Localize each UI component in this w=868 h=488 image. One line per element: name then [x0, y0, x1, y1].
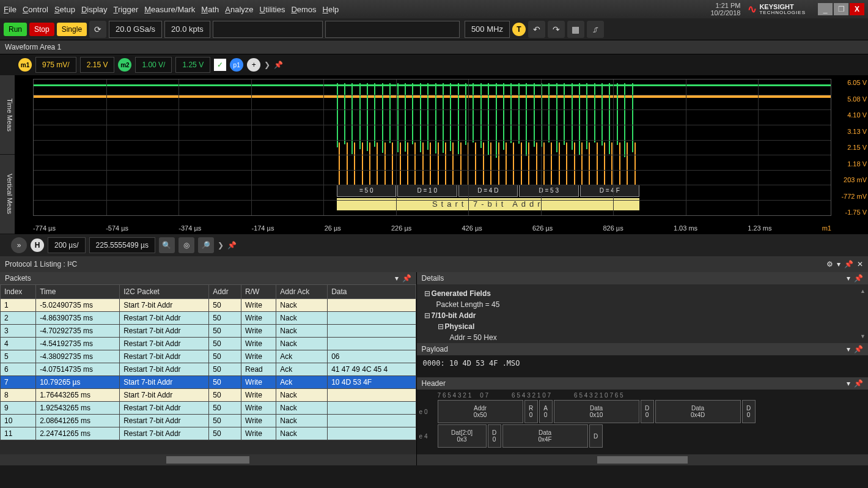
minimize-button[interactable]: _ — [818, 3, 833, 15]
bottom-panels: Packets ▾ 📌 IndexTimeI2C PacketAddrR/WAd… — [0, 272, 868, 465]
zoom-out-icon[interactable]: 🔍 — [159, 237, 175, 253]
table-row[interactable]: 81.76443265 msStart 7-bit Addr50WriteNac… — [1, 389, 416, 402]
menu-help[interactable]: Help — [323, 5, 339, 14]
acquisition-toolbar: Run Stop Single ⟳ 20.0 GSa/s 20.0 kpts 5… — [0, 18, 868, 40]
add-channel-button[interactable]: + — [247, 58, 260, 72]
channel1-scale[interactable]: 975 mV/ — [35, 57, 76, 73]
y-axis-labels: 6.05 V5.08 V4.10 V3.13 V2.15 V1.18 V203 … — [834, 79, 868, 216]
details-scrollbar[interactable] — [417, 454, 868, 465]
trigger-indicator[interactable]: T — [512, 23, 526, 36]
undo-icon[interactable]: ↶ — [528, 21, 545, 38]
bandwidth-field[interactable]: 500 MHz — [465, 21, 510, 38]
maximize-button[interactable]: ❐ — [834, 3, 848, 15]
menu-display[interactable]: Display — [81, 5, 108, 14]
details-section-header: Details ▾ 📌 — [417, 272, 868, 284]
table-row[interactable]: 2-4.86390735 msRestart 7-bit Addr50Write… — [1, 312, 416, 325]
header-bitfield-diagram[interactable]: 7 6 5 4 3 2 1 0 7 6 5 4 3 2 1 0 7 6 5 4 … — [417, 390, 868, 454]
decode-overlay: = 5 0D = 1 0D = 4 DD = 5 3D = 4 F — [337, 185, 640, 197]
side-tab-vertical-meas[interactable]: Vertical Meas — [0, 155, 15, 234]
table-row[interactable]: 4-4.54192735 msRestart 7-bit Addr50Write… — [1, 338, 416, 350]
menu-math[interactable]: Math — [201, 5, 219, 14]
channel2-badge[interactable]: m2 — [118, 58, 131, 72]
close-panel-icon[interactable]: ✕ — [857, 260, 863, 268]
timebase-bar: » H 200 µs/ 225.5555499 µs 🔍 ◎ 🔎 ❯ 📌 — [0, 234, 868, 256]
pin-icon[interactable]: 📌 — [227, 241, 237, 250]
menu-file[interactable]: File — [4, 5, 17, 14]
pin-icon[interactable]: 📌 — [844, 260, 853, 268]
payload-hex-view[interactable]: 0000: 10 4D 53 4F .MSO — [417, 355, 868, 377]
channel2-scale[interactable]: 1.00 V/ — [135, 57, 172, 73]
sample-rate-field[interactable]: 20.0 GSa/s — [109, 21, 162, 38]
channel1-offset[interactable]: 2.15 V — [80, 57, 115, 73]
header-section-header: Header ▾ 📌 — [417, 377, 868, 390]
channel1-badge[interactable]: m1 — [18, 58, 32, 72]
zoom-target-icon[interactable]: ◎ — [178, 237, 194, 253]
dropdown-icon[interactable]: ▾ — [837, 260, 840, 268]
menu-utilities[interactable]: Utilities — [260, 5, 285, 14]
details-tree[interactable]: ⊟Generated Fields Packet Length = 45 ⊟7/… — [417, 284, 868, 343]
x-axis-labels: -774 µs-574 µs-374 µs-174 µs26 µs226 µs4… — [33, 224, 831, 232]
dropdown-icon[interactable]: ▾ — [395, 274, 399, 283]
waveform-area: Time MeasVertical Meas = 5 0D = 1 0D = 4… — [0, 75, 868, 234]
layout-icon[interactable]: ▦ — [567, 21, 584, 38]
refresh-icon[interactable]: ⟳ — [89, 21, 106, 38]
close-button[interactable]: X — [850, 3, 864, 15]
settings-gear-icon[interactable]: ⚙ — [826, 260, 833, 268]
toolbar-field-blank2[interactable] — [325, 21, 460, 38]
pin-icon[interactable]: 📌 — [854, 274, 863, 283]
redo-icon[interactable]: ↷ — [548, 21, 565, 38]
menu-control[interactable]: Control — [23, 5, 48, 14]
menu-trigger[interactable]: Trigger — [114, 5, 139, 14]
zoom-in-icon[interactable]: 🔎 — [198, 237, 214, 253]
table-row[interactable]: 102.08641265 msRestart 7-bit Addr50Write… — [1, 415, 416, 427]
side-tab-time-meas[interactable]: Time Meas — [0, 75, 15, 155]
waveform-area-title: Waveform Area 1 — [0, 40, 868, 54]
table-row[interactable]: 5-4.38092735 msRestart 7-bit Addr50Write… — [1, 350, 416, 363]
channel2-offset[interactable]: 1.25 V — [175, 57, 210, 73]
measurement-tabs: Time MeasVertical Meas — [0, 75, 15, 234]
single-button[interactable]: Single — [57, 23, 87, 36]
stop-button[interactable]: Stop — [29, 23, 54, 36]
timebase-position[interactable]: 225.5555499 µs — [89, 237, 155, 253]
packet-table[interactable]: IndexTimeI2C PacketAddrR/WAddr AckData1-… — [0, 284, 416, 454]
dropdown-icon[interactable]: ▾ — [847, 379, 850, 388]
clock-display: 1:21 PM 10/2/2018 — [710, 2, 740, 17]
packets-section-header: Packets ▾ 📌 — [0, 272, 416, 284]
dropdown-icon[interactable]: ▾ — [847, 274, 850, 283]
menu-demos[interactable]: Demos — [291, 5, 316, 14]
horizontal-indicator[interactable]: H — [31, 238, 44, 252]
points-field[interactable]: 20.0 kpts — [164, 21, 210, 38]
table-row[interactable]: 710.79265 µsStart 7-bit Addr50WriteAck10… — [1, 376, 416, 389]
table-row[interactable]: 1-5.02490735 msStart 7-bit Addr50WriteNa… — [1, 299, 416, 312]
timebase-scale[interactable]: 200 µs/ — [48, 237, 86, 253]
pin-icon[interactable]: 📌 — [402, 274, 411, 283]
signal-burst-area — [337, 83, 640, 191]
menu-bar: FileControlSetupDisplayTriggerMeasure/Ma… — [0, 0, 868, 18]
autoscale-icon[interactable]: ⎎ — [587, 21, 604, 38]
chevron-right-icon[interactable]: ❯ — [264, 61, 270, 69]
waveform-plot[interactable]: = 5 0D = 1 0D = 4 DD = 5 3D = 4 F Start … — [15, 75, 868, 234]
packets-scrollbar[interactable] — [0, 454, 416, 465]
menu-measuremark[interactable]: Measure/Mark — [144, 5, 195, 14]
packets-panel: Packets ▾ 📌 IndexTimeI2C PacketAddrR/WAd… — [0, 272, 417, 465]
pin-icon[interactable]: 📌 — [854, 379, 863, 388]
dropdown-icon[interactable]: ▾ — [847, 345, 850, 353]
channel-controls: m1 975 mV/ 2.15 V m2 1.00 V/ 1.25 V ✓ p1… — [0, 54, 868, 75]
menu-setup[interactable]: Setup — [54, 5, 75, 14]
table-row[interactable]: 6-4.07514735 msRestart 7-bit Addr50ReadA… — [1, 363, 416, 376]
table-row[interactable]: 91.92543265 msRestart 7-bit Addr50WriteN… — [1, 402, 416, 415]
table-row[interactable]: 112.24741265 msRestart 7-bit Addr50Write… — [1, 427, 416, 440]
menu-analyze[interactable]: Analyze — [225, 5, 253, 14]
protocol-listing-header: Protocol 1 Listing : I²C ⚙ ▾ 📌 ✕ — [0, 256, 868, 272]
chevron-right-icon[interactable]: ❯ — [218, 241, 224, 250]
protocol-marker-p1[interactable]: p1 — [230, 58, 243, 72]
marker-enable-checkbox[interactable]: ✓ — [214, 59, 226, 71]
run-button[interactable]: Run — [4, 23, 27, 36]
pin-icon[interactable]: 📌 — [854, 345, 863, 353]
payload-section-header: Payload ▾ 📌 — [417, 343, 868, 355]
toolbar-field-blank1[interactable] — [213, 21, 323, 38]
table-row[interactable]: 3-4.70292735 msRestart 7-bit Addr50Write… — [1, 325, 416, 338]
collapse-icon[interactable]: » — [11, 237, 27, 253]
pin-icon[interactable]: 📌 — [274, 61, 283, 69]
brand-logo: ∿ KEYSIGHT TECHNOLOGIES — [748, 2, 806, 16]
